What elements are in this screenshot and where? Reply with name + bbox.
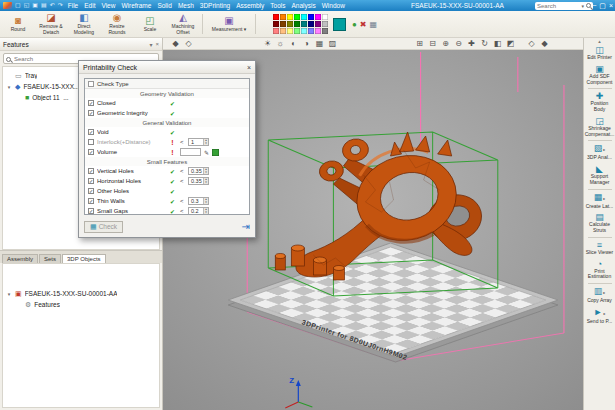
zoom-out-icon[interactable]: ⊖ [452, 39, 465, 49]
spinner-down-icon[interactable]: ▾ [205, 171, 207, 174]
check-row-thin-walls[interactable]: ✓Thin Walls✔<0.3▴▾ [85, 196, 249, 206]
wireframe-mode-icon[interactable]: ◇ [525, 39, 538, 49]
dialog-close-icon[interactable]: × [247, 64, 251, 71]
color-swatch-14[interactable] [315, 21, 321, 27]
round-button[interactable]: ◙Round [2, 12, 34, 36]
color-swatch-10[interactable] [287, 21, 293, 27]
check-row-volume[interactable]: ✓Volume!✎ [85, 147, 249, 157]
front-view-icon[interactable]: ◧ [491, 39, 504, 49]
shaded-mode-icon[interactable]: ◆ [538, 39, 551, 49]
color-swatch-18[interactable] [287, 28, 293, 34]
check-row-other-holes[interactable]: ✓Other Holes✔ [85, 186, 249, 196]
menu-mesh[interactable]: Mesh [178, 2, 194, 9]
edit-printer-button[interactable]: ◫Edit Printer [584, 44, 615, 63]
color-swatch-9[interactable] [280, 21, 286, 27]
ambient-light-icon[interactable]: ◐ [287, 39, 300, 49]
support-manager-button[interactable]: ◣Support Manager [584, 163, 615, 188]
add-sdf-component-button[interactable]: ▣Add SDF Component [584, 63, 615, 88]
apply-exit-button[interactable]: ⇥ [242, 222, 250, 232]
check-row-horizontal-holes[interactable]: ✓Horizontal Holes✔<0.35▴▾ [85, 176, 249, 186]
color-swatch-17[interactable] [280, 28, 286, 34]
color-picker-icon[interactable]: ✎ [204, 149, 209, 156]
material-sphere-icon[interactable]: ● [352, 20, 357, 29]
color-swatch-11[interactable] [294, 21, 300, 27]
check-row-small-gaps[interactable]: ✓Small Gaps✔<0.2▴▾ [85, 206, 249, 215]
color-swatch-4[interactable] [301, 14, 307, 20]
tab-assembly[interactable]: Assembly [2, 254, 38, 263]
section-view-icon[interactable]: ▨ [326, 39, 339, 49]
close-icon[interactable]: × [609, 1, 613, 10]
texture-grid-icon[interactable]: ▦ [370, 20, 378, 29]
shrinkage-compensation-button[interactable]: ◲Shrinkage Compensat... [584, 115, 615, 140]
volume-value-field[interactable] [180, 148, 201, 156]
check-row-interlock-distance[interactable]: Interlock(+Distance)!<1▴▾ [85, 137, 249, 147]
spinner-down-icon[interactable]: ▾ [205, 201, 207, 204]
checkbox[interactable]: ✓ [88, 129, 94, 135]
slice-viewer-button[interactable]: ≡Slice Viewer [584, 239, 615, 258]
checkbox[interactable]: ✓ [88, 178, 94, 184]
color-swatch-15[interactable] [322, 21, 328, 27]
menu-view[interactable]: View [101, 2, 115, 9]
search-scope-dropdown-icon[interactable]: ▾ [581, 3, 584, 9]
maximize-icon[interactable]: ▢ [599, 1, 606, 10]
grid-toggle-icon[interactable]: ◇ [182, 39, 195, 49]
position-body-button[interactable]: ✚Position Body [584, 90, 615, 115]
close-panel-icon[interactable]: × [155, 41, 159, 48]
direct-modeling-button[interactable]: ◧Direct Modeling [68, 12, 100, 36]
create-lattice-button[interactable]: ▦▸Create Lat... [584, 191, 615, 212]
minimize-icon[interactable]: ─ [591, 1, 596, 10]
new-file-icon[interactable]: ▢ [15, 2, 21, 9]
checkbox[interactable]: ✓ [88, 168, 94, 174]
resize-rounds-button[interactable]: ◉Resize Rounds [101, 12, 133, 36]
color-swatch-12[interactable] [301, 21, 307, 27]
light-on-icon[interactable]: ☀ [261, 39, 274, 49]
menu-wireframe[interactable]: Wireframe [121, 2, 151, 9]
checkbox[interactable]: ✓ [88, 198, 94, 204]
measurement-button[interactable]: ▣ Measurement ▾ [206, 12, 252, 36]
color-swatch-3[interactable] [294, 14, 300, 20]
iso-view-icon[interactable]: ◩ [504, 39, 517, 49]
axis-toggle-icon[interactable]: ◆ [169, 39, 182, 49]
redo-icon[interactable]: ↷ [58, 2, 63, 9]
checkbox[interactable]: ✓ [88, 188, 94, 194]
check-row-closed[interactable]: ✓Closed✔ [85, 98, 249, 108]
menu-window[interactable]: Window [322, 2, 345, 9]
value-field[interactable]: 0.35▴▾ [188, 177, 209, 185]
search-box[interactable]: ▾ [535, 2, 593, 10]
color-swatch-13[interactable] [308, 21, 314, 27]
check-row-void[interactable]: ✓Void✔ [85, 127, 249, 137]
checkbox[interactable]: ✓ [88, 110, 94, 116]
expander-icon[interactable]: ▾ [6, 291, 12, 297]
active-color-swatch[interactable] [333, 18, 346, 31]
open-file-icon[interactable]: ◱ [24, 2, 30, 9]
undo-icon[interactable]: ↶ [50, 2, 55, 9]
color-swatch-2[interactable] [287, 14, 293, 20]
menu-solid[interactable]: Solid [157, 2, 171, 9]
light-off-icon[interactable]: ☼ [274, 39, 287, 49]
spinner-down-icon[interactable]: ▾ [205, 142, 207, 145]
expander-icon[interactable]: ▾ [6, 84, 12, 90]
machining-offset-button[interactable]: ◭Machining Offset [167, 12, 199, 36]
checkbox[interactable] [88, 139, 94, 145]
send-to-printer-button[interactable]: ►▸Send to P... [584, 306, 615, 327]
value-field[interactable]: 1▴▾ [188, 138, 209, 146]
shadow-icon[interactable]: ◑ [300, 39, 313, 49]
color-swatch-7[interactable] [322, 14, 328, 20]
value-field[interactable]: 0.3▴▾ [188, 197, 209, 205]
tree-item-fsaeuk-15-xxx-su-00001-aa[interactable]: ▾▣FSAEUK-15-XXX-SU-00001-AA [3, 288, 159, 299]
menu-edit[interactable]: Edit [84, 2, 95, 9]
print-icon[interactable]: ▤ [41, 2, 47, 9]
spinner-down-icon[interactable]: ▾ [205, 181, 207, 184]
spinner-icons[interactable]: ▴▾ [203, 168, 208, 174]
clear-color-icon[interactable]: ✖ [360, 20, 367, 29]
tree-item-features[interactable]: ⚙Features [3, 299, 159, 310]
menu-tools[interactable]: Tools [270, 2, 285, 9]
color-swatch-20[interactable] [301, 28, 307, 34]
color-swatch-5[interactable] [308, 14, 314, 20]
zoom-window-icon[interactable]: ⊟ [426, 39, 439, 49]
select-all-checkbox[interactable] [88, 81, 94, 87]
zoom-in-icon[interactable]: ⊕ [439, 39, 452, 49]
color-swatch-23[interactable] [322, 28, 328, 34]
menu-file[interactable]: File [68, 2, 78, 9]
value-field[interactable]: 0.35▴▾ [188, 167, 209, 175]
